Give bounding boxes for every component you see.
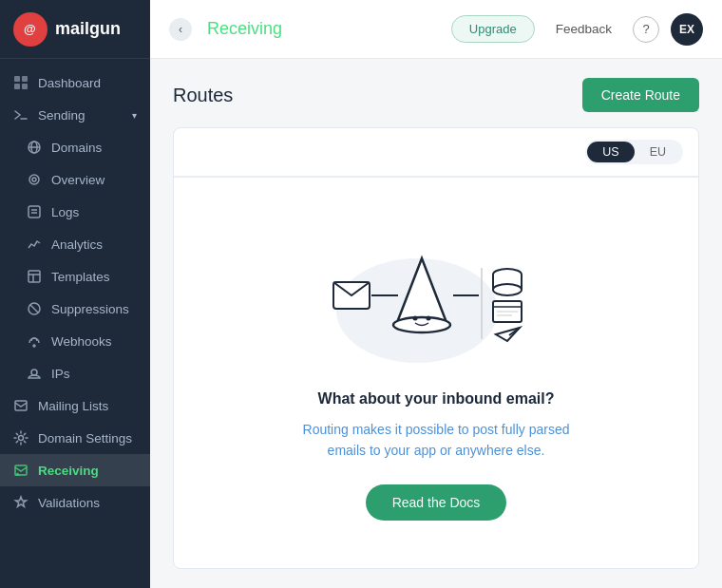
nav: Dashboard Sending ▾ Domains Overvie [0,59,150,588]
help-button[interactable]: ? [633,16,659,43]
sidebar-item-sending-label: Sending [38,108,86,123]
svg-point-10 [32,178,36,181]
svg-rect-3 [22,76,28,82]
routes-illustration [313,216,560,368]
svg-point-36 [493,284,522,295]
routes-title: Routes [173,85,233,106]
empty-state-title: What about your inbound email? [318,390,555,408]
page-title-highlight: ing [259,19,282,38]
sidebar-item-templates-label: Templates [51,270,110,284]
sidebar: @ mailgun Dashboard Sending ▾ [0,0,150,588]
collapse-sidebar-button[interactable]: ‹ [169,18,192,41]
sidebar-item-templates[interactable]: Templates [0,260,150,293]
sidebar-item-analytics[interactable]: Analytics [0,228,150,260]
sidebar-item-domain-settings-label: Domain Settings [38,431,132,446]
svg-text:@: @ [24,22,36,36]
sidebar-item-webhooks[interactable]: Webhooks [0,325,150,357]
page-title-text: Receiving [207,19,282,38]
empty-state-description: Routing makes it possible to post fully … [284,419,588,462]
upgrade-button[interactable]: Upgrade [451,15,535,43]
ips-icon [27,366,42,381]
sidebar-item-overview[interactable]: Overview [0,163,150,196]
routes-header: Routes Create Route [173,78,699,112]
templates-icon [27,269,42,284]
svg-rect-11 [28,206,40,218]
svg-line-18 [30,305,38,313]
sidebar-item-dashboard-label: Dashboard [38,76,101,90]
receiving-icon [13,463,28,478]
sidebar-item-suppressions[interactable]: Suppressions [0,293,150,325]
domains-icon [27,140,42,155]
sending-icon [13,107,28,123]
sidebar-item-ips[interactable]: IPs [0,357,150,389]
overview-icon [27,172,42,187]
svg-point-9 [29,175,39,184]
dashboard-icon [13,75,28,90]
sidebar-item-validations-label: Validations [38,496,100,510]
toggle-group: US EU [585,140,683,164]
user-avatar-button[interactable]: EX [671,13,703,46]
svg-point-22 [19,436,24,441]
sidebar-item-domains-label: Domains [51,141,102,155]
svg-rect-4 [14,84,20,89]
sidebar-item-overview-label: Overview [51,173,104,187]
sidebar-item-logs[interactable]: Logs [0,196,150,228]
chevron-down-icon: ▾ [132,110,137,121]
eu-region-button[interactable]: EU [635,142,681,162]
region-toggle: US EU [174,128,698,177]
sidebar-item-validations[interactable]: Validations [0,486,150,519]
svg-point-19 [33,345,35,347]
suppressions-icon [27,301,42,316]
read-docs-button[interactable]: Read the Docs [366,484,507,521]
svg-rect-5 [22,84,28,89]
validations-icon [13,495,28,510]
svg-point-20 [31,370,37,375]
webhooks-icon [27,333,42,349]
domain-settings-icon [13,430,28,446]
sidebar-item-domain-settings[interactable]: Domain Settings [0,422,150,454]
routes-card: US EU [173,127,699,569]
svg-point-28 [413,316,418,321]
sidebar-item-ips-label: IPs [51,367,70,381]
main-section: Routes Create Route US EU [150,59,722,588]
sidebar-item-mailing-lists[interactable]: Mailing Lists [0,389,150,422]
logo-text: mailgun [55,19,121,39]
create-route-button[interactable]: Create Route [582,78,699,112]
sidebar-item-dashboard[interactable]: Dashboard [0,66,150,99]
mailing-lists-icon [13,398,28,413]
us-region-button[interactable]: US [587,142,634,162]
logo: @ mailgun [0,0,150,59]
sidebar-item-domains[interactable]: Domains [0,131,150,163]
sidebar-item-logs-label: Logs [51,205,79,219]
svg-point-29 [427,316,431,321]
question-mark-icon: ? [642,22,649,36]
analytics-icon [27,237,42,252]
feedback-button[interactable]: Feedback [546,16,621,42]
svg-rect-14 [28,271,40,282]
illustration-svg [313,216,560,368]
sidebar-item-suppressions-label: Suppressions [51,302,129,316]
svg-rect-2 [14,76,20,82]
main-content: ‹ Receiving Upgrade Feedback ? EX Routes… [150,0,722,588]
sidebar-item-receiving-label: Receiving [38,464,99,478]
logs-icon [27,204,42,219]
sidebar-item-sending[interactable]: Sending ▾ [0,99,150,131]
logo-icon: @ [13,12,48,47]
header: ‹ Receiving Upgrade Feedback ? EX [150,0,722,59]
empty-state: What about your inbound email? Routing m… [174,177,698,568]
sidebar-item-analytics-label: Analytics [51,237,103,252]
page-title: Receiving [207,19,440,39]
sidebar-item-webhooks-label: Webhooks [51,334,112,349]
sidebar-item-receiving[interactable]: Receiving [0,454,150,486]
sidebar-item-mailing-lists-label: Mailing Lists [38,399,108,413]
svg-rect-21 [15,401,27,410]
